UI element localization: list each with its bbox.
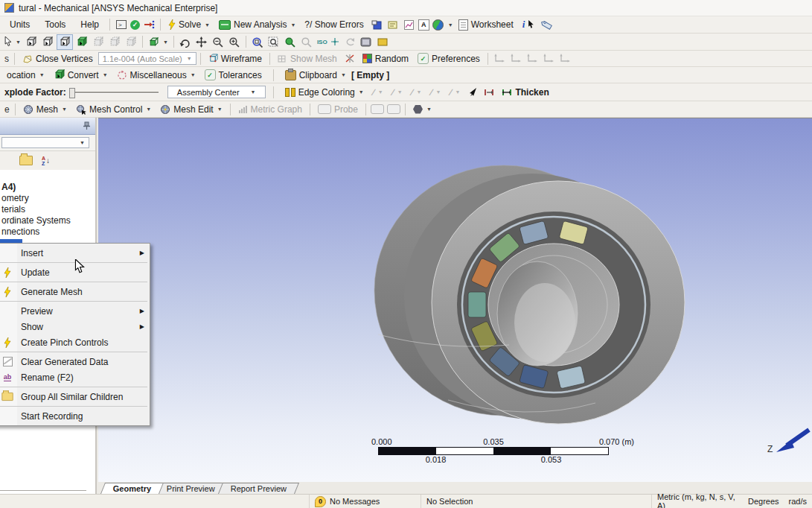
wireframe-button[interactable]: Wireframe [205,51,266,66]
chevron-down-icon: ▼ [62,107,67,112]
chart-icon[interactable] [402,18,417,32]
tag-icon[interactable] [540,18,554,32]
zoom-magnify-icon[interactable] [283,35,298,49]
edge-coloring-button[interactable]: Edge Coloring ▼ [281,85,368,99]
tree-item-coordinate-systems[interactable]: ordinate Systems [0,215,95,226]
separator [14,53,15,65]
slider-thumb[interactable] [69,88,75,98]
thicken-icon [502,88,512,97]
preferences-button[interactable]: ✓ Preferences [414,51,484,66]
menu-item-show[interactable]: Show ▶ [0,319,149,334]
goto-icon[interactable] [141,18,156,32]
convert-toolbar: ocation ▼ Convert ▼ Miscellaneous ▼ ✓ To… [0,67,812,83]
outline-filter-combo[interactable]: ▼ [1,137,89,148]
menu-item-preview[interactable]: Preview ▶ [0,303,149,319]
menu-item-clear-generated-data[interactable]: Clear Generated Data [0,354,149,369]
menu-help[interactable]: Help [74,19,106,30]
probe-button: Probe [314,102,362,116]
graphics-viewport[interactable]: 0.000 0.035 0.070 (m) 0.018 0.053 Z [98,118,812,482]
pan-icon[interactable] [194,35,209,49]
edge-direction-arrow-icon[interactable] [465,85,480,99]
worksheet-button[interactable]: Worksheet [455,18,517,32]
element-display-button[interactable]: ▼ [409,102,435,116]
iso-view-icon[interactable]: ISO [316,35,341,49]
vertex-scale-combo[interactable]: 1.1e-004 (Auto Scale) ▼ [98,52,196,65]
sort-az-icon[interactable]: AZ ↓ [42,156,50,166]
image-capture-icon[interactable] [431,18,446,32]
script-console-icon[interactable]: > [114,18,129,32]
status-units[interactable]: Metric (m, kg, N, s, V, A) Degrees rad/s [651,495,812,508]
thicken-off-icon[interactable] [482,85,496,99]
selection-information-button[interactable]: i [519,18,539,32]
menu-item-label: Start Recording [21,411,83,422]
thicken-button[interactable]: Thicken [498,85,552,99]
close-vertices-button[interactable]: Close Vertices [19,51,97,66]
select-faces-icon[interactable] [57,34,73,50]
tree-item-materials[interactable]: terials [0,204,95,215]
menu-item-create-pinch-controls[interactable]: Create Pinch Controls [0,334,149,350]
rename-icon: ab [1,374,14,381]
explode-factor-slider[interactable] [69,87,159,98]
new-section-icon[interactable] [369,18,384,32]
chevron-down-icon: ▼ [359,89,364,95]
chevron-down-icon[interactable]: ▼ [448,22,453,28]
messages-label: No Messages [330,497,380,506]
menu-item-insert[interactable]: Insert ▶ [0,245,149,261]
select-bodies-icon[interactable] [74,35,89,49]
tree-item-model[interactable]: A4) [0,182,95,193]
zoom-out-icon[interactable] [211,35,226,49]
connection-visibility-icon[interactable] [342,51,357,66]
menu-item-generate-mesh[interactable]: Generate Mesh [0,284,149,299]
tolerances-button[interactable]: ✓ Tolerances [201,68,266,82]
box-zoom-icon[interactable] [266,35,281,49]
zoom-in-icon[interactable] [227,35,242,49]
tab-print-preview[interactable]: Print Preview [154,483,228,494]
show-errors-button[interactable]: ?/ Show Errors [301,18,367,32]
menu-units[interactable]: Units [3,19,36,30]
clipped-button-fragment: e [3,104,11,115]
expand-folder-icon[interactable] [19,156,33,165]
viewports-icon[interactable] [359,35,374,49]
view-orientation-button[interactable]: ▼ [147,35,170,49]
annotation-axis-icon-5 [557,51,572,66]
edge-option-icon: ∕ [392,87,394,98]
random-colors-button[interactable]: Random [359,51,412,66]
mesh-button[interactable]: Mesh ▼ [19,102,71,116]
zoom-fit-icon[interactable] [250,35,265,49]
select-edges-icon[interactable] [40,35,55,49]
rotate-icon[interactable] [178,35,193,49]
status-messages[interactable]: 0 No Messages [309,495,421,508]
tab-report-preview[interactable]: Report Preview [218,483,299,494]
miscellaneous-button[interactable]: Miscellaneous ▼ [113,68,199,82]
mesh-edit-button[interactable]: Mesh Edit ▼ [156,102,226,116]
select-mode-button[interactable]: ▼ [3,35,22,49]
tree-item-geometry[interactable]: ometry [0,193,95,204]
chevron-down-icon: ▼ [426,107,432,112]
menu-tools[interactable]: Tools [38,19,72,30]
validate-icon[interactable]: ✓ [130,20,140,30]
annotation-icon[interactable]: A [418,19,429,31]
mesh-edit-label: Mesh Edit [173,104,213,115]
new-analysis-button[interactable]: New Analysis ▼ [215,18,299,32]
menu-item-rename[interactable]: ab Rename (F2) [0,369,149,385]
solve-button[interactable]: Solve ▼ [164,18,214,32]
clipboard-button[interactable]: Clipboard ▼ [281,68,350,82]
menu-item-group-all-similar-children[interactable]: Group All Similar Children [0,389,149,404]
axis-triad: Z [766,425,812,457]
max-icon [371,104,384,114]
tab-geometry[interactable]: Geometry [100,483,164,494]
mesh-control-button[interactable]: Mesh Control ▼ [72,102,155,116]
pin-icon[interactable] [83,121,91,130]
convert-button[interactable]: Convert ▼ [50,68,112,82]
tree-item-connections[interactable]: nnections [0,226,95,238]
slider-track [69,92,159,94]
comment-icon[interactable] [386,18,400,32]
bearing-model[interactable] [98,118,812,482]
mesh-edit-icon [160,104,170,115]
random-colors-icon [362,54,372,63]
location-button[interactable]: ocation ▼ [3,68,48,82]
shade-mode-icon[interactable] [375,35,390,49]
menu-item-start-recording[interactable]: Start Recording [0,408,149,424]
select-vertices-icon[interactable] [24,35,39,49]
explode-center-combo[interactable]: Assembly Center ▼ [167,86,266,98]
